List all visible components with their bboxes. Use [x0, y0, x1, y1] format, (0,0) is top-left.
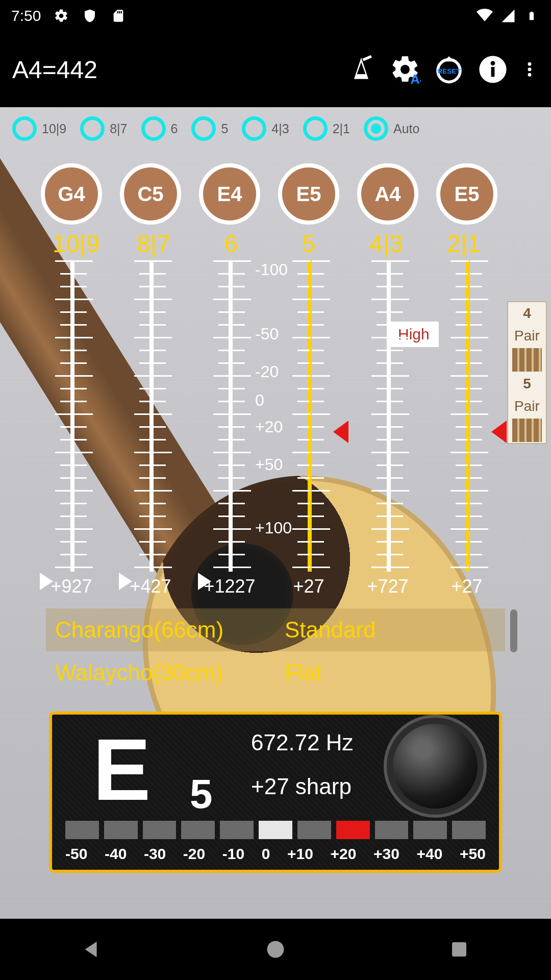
nav-back-button[interactable]: [78, 935, 106, 964]
settings-a4-button[interactable]: A4: [389, 53, 421, 86]
frequency-readout: 672.72 Hz: [251, 730, 354, 755]
battery-icon: [523, 8, 540, 24]
tuning-list[interactable]: Standard Flat: [276, 608, 505, 700]
string-radio-10-9[interactable]: 10|9: [12, 116, 66, 141]
scales-row: +927 +427 +1227 +27 +727 +27: [41, 260, 497, 572]
status-bar: 7:50: [0, 0, 551, 32]
svg-text:RESET: RESET: [437, 67, 461, 75]
list-item[interactable]: Charango(66cm): [46, 608, 276, 651]
svg-point-5: [491, 61, 495, 66]
string-radio-2-1[interactable]: 2|1: [303, 116, 350, 141]
detected-octave: 5: [190, 771, 213, 818]
main-area: 10|9 8|7 6 5 4|3 2|1 Auto G4 C5 E4 E5 A4…: [0, 107, 551, 919]
signal-icon: [500, 8, 516, 24]
string-label: 6: [201, 230, 261, 258]
svg-text:A4: A4: [410, 72, 421, 85]
pointer-icon: [333, 421, 348, 443]
detected-note: E: [93, 720, 151, 820]
peg-c5[interactable]: C5: [120, 163, 181, 225]
string-radio-4-3[interactable]: 4|3: [242, 116, 289, 141]
string-label: 8|7: [123, 230, 184, 258]
shield-icon: [82, 8, 98, 24]
sd-card-icon: [110, 8, 127, 24]
scrollbar[interactable]: [510, 609, 517, 652]
instrument-list[interactable]: Charango(66cm) Walaycho(30cm): [46, 608, 276, 700]
pointer-icon: [491, 421, 507, 443]
string-radio-auto[interactable]: Auto: [364, 116, 419, 141]
peg-g4[interactable]: G4: [41, 163, 102, 225]
cents-readout: +27 sharp: [251, 774, 352, 799]
svg-rect-4: [491, 67, 495, 77]
app-bar: A4=442 A4 RESET: [0, 32, 551, 107]
indicator-knob: [393, 724, 478, 808]
cents-block-lit: [336, 821, 370, 839]
string-select-radios: 10|9 8|7 6 5 4|3 2|1 Auto: [0, 116, 551, 141]
settings-gear-icon: [53, 8, 69, 24]
scale-col: +927: [41, 260, 102, 572]
app-title: A4=442: [12, 56, 334, 84]
pair-5-button[interactable]: 5: [508, 373, 546, 395]
list-item[interactable]: Flat: [276, 651, 505, 694]
svg-point-7: [528, 68, 532, 71]
note-pegs-row: G4 C5 E4 E5 A4 E5: [41, 163, 497, 225]
pair-4-button[interactable]: 4: [508, 302, 546, 325]
pair-selector: 4 Pair 5 Pair: [507, 301, 547, 444]
cents-blocks: [65, 821, 486, 839]
scale-col: +727: [357, 260, 418, 572]
cents-ticks: -50 -40 -30 -20 -10 0 +10 +20 +30 +40 +5…: [65, 845, 486, 863]
cents-block-zero: [259, 821, 292, 839]
list-item[interactable]: Walaycho(30cm): [46, 651, 276, 694]
string-label: 2|1: [434, 230, 494, 258]
list-item[interactable]: Standard: [276, 608, 505, 651]
reset-button[interactable]: RESET: [433, 53, 465, 86]
nav-recents-button[interactable]: [445, 935, 473, 964]
string-label: 4|3: [356, 230, 416, 258]
svg-point-8: [528, 73, 532, 77]
peg-e5a[interactable]: E5: [278, 163, 339, 225]
scale-col-active: +27: [436, 260, 497, 572]
svg-rect-10: [452, 942, 466, 957]
string-radio-5[interactable]: 5: [191, 116, 228, 141]
tuner-display: E 5 672.72 Hz +27 sharp -50 -40 -30 -20 …: [49, 712, 502, 873]
scale-col: +1227: [199, 260, 260, 572]
peg-a4[interactable]: A4: [357, 163, 418, 225]
nav-bar: [0, 919, 551, 980]
info-button[interactable]: [477, 53, 509, 86]
svg-point-6: [528, 62, 532, 66]
string-label: 10|9: [46, 230, 106, 258]
string-label: 5: [279, 230, 339, 258]
peg-e4[interactable]: E4: [199, 163, 260, 225]
peg-e5b[interactable]: E5: [436, 163, 497, 225]
svg-point-9: [267, 941, 284, 958]
scale-col: +427: [120, 260, 181, 572]
nav-home-button[interactable]: [261, 935, 290, 964]
metronome-button[interactable]: [345, 53, 378, 86]
picker-lists: Charango(66cm) Walaycho(30cm) Standard F…: [46, 608, 505, 700]
overflow-menu-button[interactable]: [520, 53, 539, 86]
scale-col-active: +27: [278, 260, 339, 572]
wifi-icon: [477, 8, 493, 24]
string-radio-6[interactable]: 6: [141, 116, 178, 141]
string-radio-8-7[interactable]: 8|7: [80, 116, 127, 141]
string-pair-labels: 10|9 8|7 6 5 4|3 2|1: [46, 230, 494, 258]
status-time: 7:50: [11, 7, 41, 24]
